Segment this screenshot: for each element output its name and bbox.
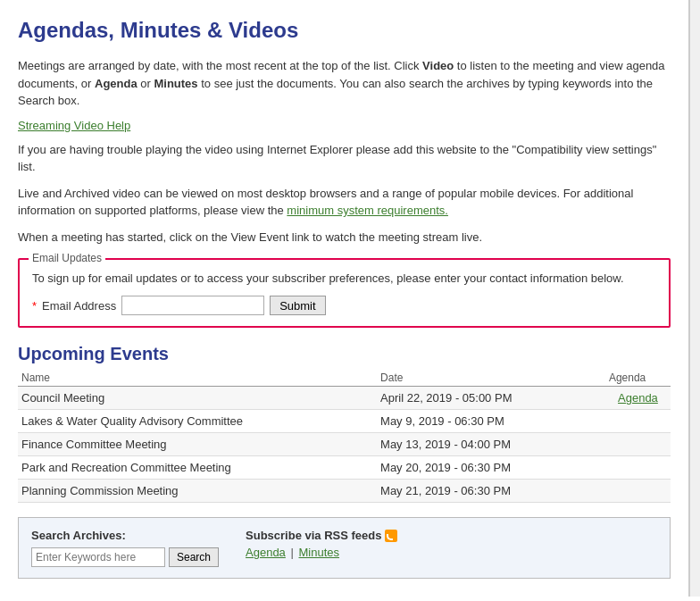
subscribe-minutes-link[interactable]: Minutes xyxy=(299,546,340,559)
col-header-date: Date xyxy=(377,370,605,387)
event-name: Lakes & Water Quality Advisory Committee xyxy=(18,410,377,433)
event-date: May 20, 2019 - 06:30 PM xyxy=(377,456,605,480)
event-name: Park and Recreation Committee Meeting xyxy=(18,456,377,480)
table-row: Park and Recreation Committee MeetingMay… xyxy=(18,456,671,480)
email-input[interactable] xyxy=(121,296,264,315)
min-system-req-link[interactable]: minimum system requirements. xyxy=(287,204,448,217)
event-date: May 21, 2019 - 06:30 PM xyxy=(377,480,605,503)
search-archives-input[interactable] xyxy=(31,547,165,567)
table-row: Planning Commission MeetingMay 21, 2019 … xyxy=(18,480,671,503)
scrollbar[interactable] xyxy=(689,0,700,597)
subscribe-agenda-link[interactable]: Agenda xyxy=(246,546,286,559)
event-agenda xyxy=(605,433,671,456)
video-bold: Video xyxy=(422,59,454,72)
event-agenda xyxy=(605,456,671,480)
event-agenda[interactable]: Agenda xyxy=(605,387,671,410)
view-event-note: When a meeting has started, click on the… xyxy=(18,229,671,246)
streaming-video-link[interactable]: Streaming Video Help xyxy=(18,119,130,132)
event-name: Finance Committee Meeting xyxy=(18,433,377,456)
event-date: April 22, 2019 - 05:00 PM xyxy=(377,387,605,410)
email-updates-text: To sign up for email updates or to acces… xyxy=(32,271,656,287)
archive-note: Live and Archived video can be viewed on… xyxy=(18,185,671,220)
event-agenda xyxy=(605,410,671,433)
email-form-row: * Email Address Submit xyxy=(32,296,656,315)
search-archives-label: Search Archives: xyxy=(31,529,219,542)
minutes-bold: Minutes xyxy=(154,77,197,90)
subscribe-section: Subscribe via RSS feeds Agenda | Minutes xyxy=(246,529,657,559)
ie-note: If you are having trouble playing the vi… xyxy=(18,141,671,176)
agenda-link[interactable]: Agenda xyxy=(618,391,658,405)
events-table: Name Date Agenda Council MeetingApril 22… xyxy=(18,370,671,503)
rss-icon xyxy=(385,530,397,542)
required-star: * xyxy=(32,299,37,313)
subscribe-title: Subscribe via RSS feeds xyxy=(246,529,657,542)
col-header-agenda: Agenda xyxy=(605,370,671,387)
event-agenda xyxy=(605,480,671,503)
email-updates-box: Email Updates To sign up for email updat… xyxy=(18,258,671,328)
col-header-name: Name xyxy=(18,370,377,387)
search-archives-row: Search xyxy=(31,547,219,567)
intro-paragraph: Meetings are arranged by date, with the … xyxy=(18,57,671,110)
subscribe-links: Agenda | Minutes xyxy=(246,546,657,559)
email-updates-legend: Email Updates xyxy=(29,252,105,264)
upcoming-events-title: Upcoming Events xyxy=(18,344,671,364)
search-archives-left: Search Archives: Search xyxy=(31,529,219,567)
email-label: Email Address xyxy=(42,299,116,313)
table-row: Finance Committee MeetingMay 13, 2019 - … xyxy=(18,433,671,456)
event-date: May 9, 2019 - 06:30 PM xyxy=(377,410,605,433)
table-row: Lakes & Water Quality Advisory Committee… xyxy=(18,410,671,433)
agenda-bold: Agenda xyxy=(95,77,138,90)
search-button[interactable]: Search xyxy=(169,547,219,567)
table-row: Council MeetingApril 22, 2019 - 05:00 PM… xyxy=(18,387,671,410)
event-name: Council Meeting xyxy=(18,387,377,410)
page-title: Agendas, Minutes & Videos xyxy=(18,18,671,43)
subscribe-separator: | xyxy=(290,546,293,559)
search-archives-box: Search Archives: Search Subscribe via RS… xyxy=(18,517,671,579)
event-date: May 13, 2019 - 04:00 PM xyxy=(377,433,605,456)
subscribe-title-text: Subscribe via RSS feeds xyxy=(246,529,381,542)
event-name: Planning Commission Meeting xyxy=(18,480,377,503)
submit-button[interactable]: Submit xyxy=(270,296,325,315)
